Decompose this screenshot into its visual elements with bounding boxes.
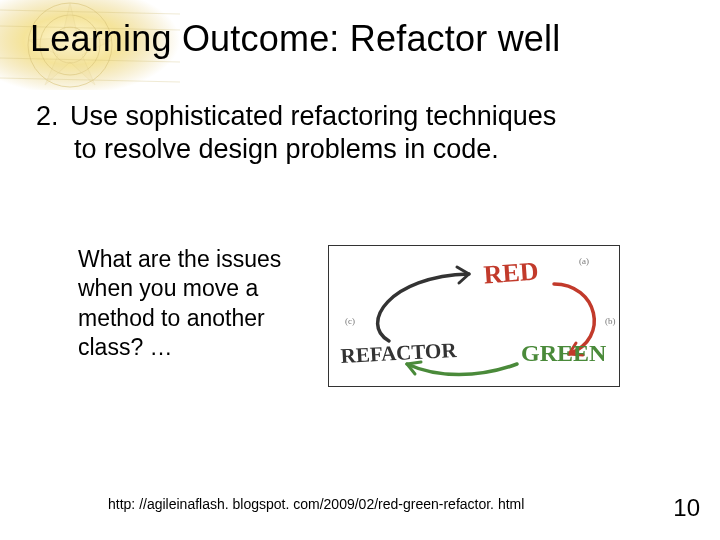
svg-text:(c): (c) xyxy=(345,316,355,326)
diagram-label-refactor: REFACTOR xyxy=(340,338,458,368)
list-number: 2. xyxy=(36,100,70,133)
list-text-line2: to resolve design problems in code. xyxy=(36,133,660,166)
svg-text:(b): (b) xyxy=(605,316,616,326)
outcome-list: 2.Use sophisticated refactoring techniqu… xyxy=(36,100,660,166)
svg-text:(a): (a) xyxy=(579,256,589,266)
slide-title: Learning Outcome: Refactor well xyxy=(30,18,690,60)
page-number: 10 xyxy=(673,494,700,522)
diagram-label-green: GREEN xyxy=(521,340,607,366)
question-text: What are the issues when you move a meth… xyxy=(78,245,308,363)
list-text-line1: Use sophisticated refactoring techniques xyxy=(70,101,556,131)
content-row: What are the issues when you move a meth… xyxy=(78,245,680,387)
source-url: http: //agileinaflash. blogspot. com/200… xyxy=(108,496,524,512)
diagram-label-red: RED xyxy=(483,257,540,290)
slide: Learning Outcome: Refactor well 2.Use so… xyxy=(0,0,720,540)
red-green-refactor-diagram: RED GREEN REFACTOR (a) (b) (c) xyxy=(328,245,620,387)
